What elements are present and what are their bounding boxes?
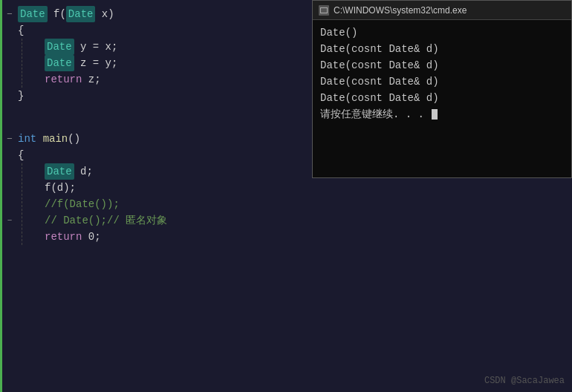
code-return-0-val: 0; — [82, 229, 100, 245]
gutter-empty-2 — [1, 39, 18, 55]
code-line-return-z: return z; — [18, 71, 312, 88]
kw-return-0: return — [45, 229, 82, 245]
code-line-brace-close-f: } — [18, 88, 312, 104]
kw-return-z: return — [45, 71, 82, 88]
gutter-empty-6 — [1, 147, 18, 163]
code-line-main-signature: int main () — [18, 131, 312, 147]
code-line-date-d: Date d; — [18, 163, 312, 180]
gutter-empty-8 — [1, 180, 18, 196]
code-z-assign: z = y; — [74, 55, 118, 71]
code-f-param: x) — [95, 6, 114, 22]
code-f-paren: f( — [48, 6, 66, 22]
type-date-1: Date — [18, 6, 48, 22]
gutter-empty-4 — [1, 71, 18, 88]
gutter-empty-1 — [1, 22, 18, 39]
cmd-output-line-3: Date(cosnt Date& d) — [320, 57, 564, 74]
code-return-z-val: z; — [82, 71, 100, 88]
credit-text: CSDN @SacaJawea — [484, 376, 565, 386]
code-line-date-y: Date y = x; — [18, 39, 312, 55]
type-date-d: Date — [45, 163, 74, 180]
cmd-press-key-text: 请按任意键继续. . . — [320, 108, 424, 120]
cmd-window: C:\WINDOWS\system32\cmd.exe Date() Date(… — [312, 0, 572, 178]
gutter-empty-5 — [1, 88, 18, 104]
cmd-body: Date() Date(cosnt Date& d) Date(cosnt Da… — [313, 20, 571, 177]
cmd-output-line-4: Date(cosnt Date& d) — [320, 74, 564, 90]
cmd-output-line-6: 请按任意键继续. . . — [320, 106, 564, 122]
code-line-comment-f-date: //f(Date()); — [18, 196, 312, 212]
kw-int: int — [18, 131, 36, 147]
cmd-cursor — [432, 109, 438, 120]
cmd-app-icon — [319, 5, 329, 16]
cmd-output-line-5: Date(cosnt Date& d) — [320, 90, 564, 106]
cmd-title: C:\WINDOWS\system32\cmd.exe — [334, 5, 467, 16]
left-accent-bar — [0, 0, 2, 392]
right-panel: C:\WINDOWS\system32\cmd.exe Date() Date(… — [312, 0, 572, 392]
gutter-empty-10 — [1, 229, 18, 245]
gutter-empty-7 — [1, 163, 18, 180]
collapse-marker-comment: − — [1, 212, 18, 229]
gutter-empty-3 — [1, 55, 18, 71]
code-space-1 — [36, 131, 42, 147]
code-line-date-z: Date z = y; — [18, 55, 312, 71]
type-date-z: Date — [45, 55, 74, 71]
code-line-func-f-signature: Date f( Date x) — [18, 6, 312, 22]
code-main-parens: () — [68, 131, 80, 147]
code-line-brace-open-main: { — [18, 147, 312, 163]
gutter-empty-9 — [1, 196, 18, 212]
comment-f-date: //f(Date()); — [45, 196, 120, 212]
collapse-marker-main[interactable]: − — [1, 131, 18, 147]
cmd-titlebar: C:\WINDOWS\system32\cmd.exe — [313, 1, 571, 20]
code-line-f-call: f(d); — [18, 180, 312, 196]
collapse-marker-f[interactable]: − — [1, 6, 18, 22]
type-date-param: Date — [66, 6, 96, 22]
kw-main: main — [43, 131, 68, 147]
code-d-decl: d; — [74, 163, 93, 180]
type-date-y: Date — [45, 39, 74, 55]
code-line-brace-open-f: { — [18, 22, 312, 39]
cmd-output-line-2: Date(cosnt Date& d) — [320, 41, 564, 57]
code-line-return-0: return 0; — [18, 229, 312, 245]
code-y-assign: y = x; — [74, 39, 118, 55]
code-line-comment-anonymous: // Date();// 匿名对象 — [18, 212, 312, 229]
code-editor: − Date f( Date x) { Date y = x; — [0, 0, 312, 392]
comment-anonymous: // Date();// 匿名对象 — [45, 212, 167, 229]
cmd-output-line-1: Date() — [320, 24, 564, 41]
